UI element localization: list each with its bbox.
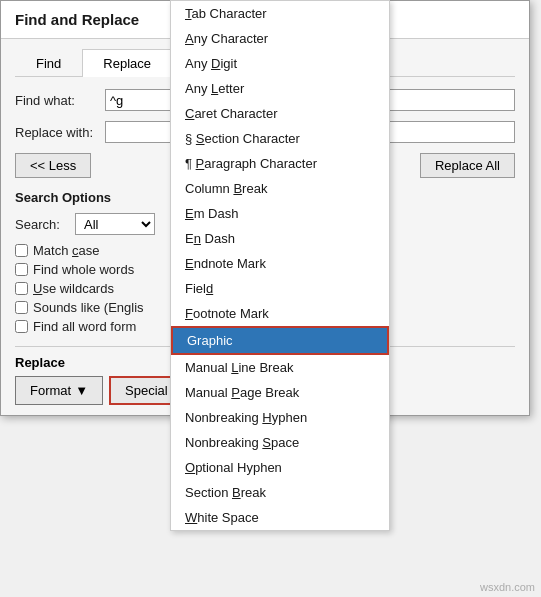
find-whole-words-row: Find whole words — [15, 262, 185, 277]
format-label: Format — [30, 383, 71, 398]
use-wildcards-label: Use wildcards — [33, 281, 114, 296]
sounds-like-row: Sounds like (Englis — [15, 300, 185, 315]
dropdown-item-graphic[interactable]: Graphic — [171, 326, 389, 355]
dropdown-item-column-break[interactable]: Column Break — [171, 176, 389, 201]
find-what-label: Find what: — [15, 93, 105, 108]
dropdown-item-nonbreaking-hyphen[interactable]: Nonbreaking Hyphen — [171, 405, 389, 430]
dropdown-item-endnote-mark[interactable]: Endnote Mark — [171, 251, 389, 276]
dropdown-item-any-digit[interactable]: Any Digit — [171, 51, 389, 76]
options-left: Match case Find whole words Use wildcard… — [15, 243, 185, 334]
tab-find[interactable]: Find — [15, 49, 82, 77]
watermark: wsxdn.com — [480, 581, 535, 593]
dropdown-item-tab-character[interactable]: Tab Character — [171, 1, 389, 26]
use-wildcards-row: Use wildcards — [15, 281, 185, 296]
dropdown-item-white-space[interactable]: White Space — [171, 505, 389, 530]
dropdown-item-any-letter[interactable]: Any Letter — [171, 76, 389, 101]
dropdown-item-¶-paragraph-character[interactable]: ¶ Paragraph Character — [171, 151, 389, 176]
find-all-word-checkbox[interactable] — [15, 320, 28, 333]
find-whole-words-label: Find whole words — [33, 262, 134, 277]
match-case-label: Match case — [33, 243, 99, 258]
dropdown-item-nonbreaking-space[interactable]: Nonbreaking Space — [171, 430, 389, 455]
dropdown-item-field[interactable]: Field — [171, 276, 389, 301]
match-case-row: Match case — [15, 243, 185, 258]
format-button[interactable]: Format ▼ — [15, 376, 103, 405]
special-dropdown: Tab CharacterAny CharacterAny DigitAny L… — [170, 0, 390, 531]
dropdown-item-any-character[interactable]: Any Character — [171, 26, 389, 51]
dropdown-item-caret-character[interactable]: Caret Character — [171, 101, 389, 126]
format-arrow-icon: ▼ — [75, 383, 88, 398]
special-label: Special — [125, 383, 168, 398]
search-select[interactable]: All — [75, 213, 155, 235]
search-label: Search: — [15, 217, 75, 232]
find-all-word-row: Find all word form — [15, 319, 185, 334]
dropdown-item-§-section-character[interactable]: § Section Character — [171, 126, 389, 151]
tab-replace[interactable]: Replace — [82, 49, 172, 77]
dropdown-item-optional-hyphen[interactable]: Optional Hyphen — [171, 455, 389, 480]
replace-with-label: Replace with: — [15, 125, 105, 140]
match-case-checkbox[interactable] — [15, 244, 28, 257]
replace-all-button[interactable]: Replace All — [420, 153, 515, 178]
find-whole-words-checkbox[interactable] — [15, 263, 28, 276]
dropdown-item-footnote-mark[interactable]: Footnote Mark — [171, 301, 389, 326]
dropdown-item-section-break[interactable]: Section Break — [171, 480, 389, 505]
less-button[interactable]: << Less — [15, 153, 91, 178]
dropdown-item-manual-page-break[interactable]: Manual Page Break — [171, 380, 389, 405]
dropdown-item-en-dash[interactable]: En Dash — [171, 226, 389, 251]
dropdown-item-em-dash[interactable]: Em Dash — [171, 201, 389, 226]
use-wildcards-checkbox[interactable] — [15, 282, 28, 295]
sounds-like-label: Sounds like (Englis — [33, 300, 144, 315]
sounds-like-checkbox[interactable] — [15, 301, 28, 314]
dropdown-item-manual-line-break[interactable]: Manual Line Break — [171, 355, 389, 380]
find-all-word-label: Find all word form — [33, 319, 136, 334]
